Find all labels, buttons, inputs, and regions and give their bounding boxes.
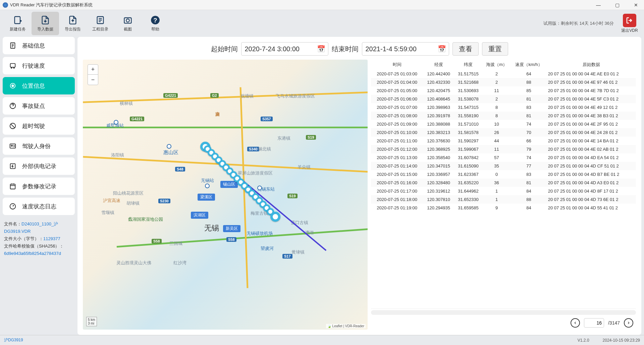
start-time-value: 2020-7-24 3:00:00 — [245, 45, 300, 53]
status-version: V1.2.0 — [578, 338, 589, 343]
map-label: 无锡硕放机场 — [247, 230, 273, 236]
table-row[interactable]: 2020-07-25 01:06:00120.40864531.53807828… — [371, 95, 636, 103]
table-row[interactable]: 2020-07-25 01:11:00120.37663031.59029744… — [371, 137, 636, 145]
svg-point-9 — [13, 67, 14, 68]
tool-import-data[interactable]: 导入数据 — [32, 12, 59, 35]
status-plate: 沪DG3919 — [4, 337, 23, 343]
tool-screenshot[interactable]: 截图 — [114, 12, 142, 35]
zoom-out-button[interactable]: − — [88, 75, 98, 85]
end-time-input[interactable]: 2021-1-4 5:59:00 📅 — [362, 42, 449, 56]
end-time-value: 2021-1-4 5:59:00 — [366, 45, 417, 53]
map-label: 翠屏山旅游度假区 — [238, 170, 273, 176]
tool-screenshot-label: 截图 — [124, 26, 132, 32]
ban-icon — [9, 122, 17, 130]
file-size-value: 1129377 — [43, 236, 60, 241]
camera-icon — [123, 15, 133, 25]
map-label: 黄埭镇 — [291, 249, 305, 255]
location-icon — [9, 82, 17, 90]
route-badge: G4221 — [130, 117, 144, 121]
nav-power[interactable]: 外部供电记录 — [3, 157, 75, 175]
tool-new-task[interactable]: 新建任务 — [4, 12, 32, 35]
bolt-icon — [9, 162, 17, 170]
city-label: 无锡 — [204, 223, 219, 233]
map-label: 雪堰镇 — [101, 210, 114, 216]
nav-label: 超时驾驶 — [22, 122, 45, 130]
route-badge: S58 — [152, 239, 162, 244]
exit-icon — [623, 14, 636, 27]
route-badge: S357 — [261, 117, 273, 121]
svg-rect-14 — [10, 144, 16, 148]
page-input[interactable] — [584, 318, 604, 328]
statusbar: 沪DG3919 V1.2.0 2024-10-15 09:23:29 — [0, 335, 644, 345]
metro-icon — [114, 120, 118, 125]
table-row[interactable]: 2020-07-25 01:10:00120.38321331.58157826… — [371, 128, 636, 137]
tool-help[interactable]: ? 帮助 — [142, 12, 169, 35]
table-row[interactable]: 2020-07-25 01:14:00120.34701531.61509035… — [371, 162, 636, 170]
nav-speed[interactable]: 行驶速度 — [3, 57, 75, 74]
table-row[interactable]: 2020-07-25 01:08:00120.39197831.55819088… — [371, 112, 636, 120]
nav-label: 外部供电记录 — [22, 162, 56, 170]
table-row[interactable]: 2020-07-25 01:17:00120.31961231.64496218… — [371, 187, 636, 195]
route-badge: S17 — [282, 254, 292, 259]
nav-label: 位置信息 — [22, 82, 45, 90]
nav-basic-info[interactable]: 基础信息 — [3, 37, 75, 54]
map-label: 阳山桃花源景区 — [113, 190, 144, 196]
table-row[interactable]: 2020-07-25 01:04:00120.43233031.52166828… — [371, 78, 636, 86]
nav-location[interactable]: 位置信息 — [3, 77, 75, 94]
road — [83, 127, 368, 128]
maximize-button[interactable]: ▢ — [612, 2, 623, 8]
nav-accident[interactable]: 事故疑点 — [3, 97, 75, 115]
map[interactable]: G4221 G4221 G2 S357 S19 S340 S48 S230 S1… — [83, 60, 368, 330]
tool-export-report[interactable]: 导出报告 — [59, 12, 87, 35]
horizontal-scrollbar[interactable] — [371, 310, 636, 315]
metro-icon — [257, 186, 262, 190]
time-controls: 起始时间 2020-7-24 3:00:00 📅 结束时间 2021-1-4 5… — [83, 42, 636, 56]
table-row[interactable]: 2020-07-25 01:09:00120.38808831.57101010… — [371, 120, 636, 128]
question-icon — [9, 102, 17, 110]
table-row[interactable]: 2020-07-25 01:18:00120.30781031.65233018… — [371, 195, 636, 204]
new-task-icon — [13, 15, 23, 25]
zoom-in-button[interactable]: + — [88, 65, 98, 75]
map-label: 惠山区 — [163, 149, 178, 156]
table-row[interactable]: 2020-07-25 01:03:00120.44240031.51751526… — [371, 70, 636, 78]
table-row[interactable]: 2020-07-25 01:07:00120.39896331.54731588… — [371, 103, 636, 112]
map-label: 飞马水城旅游度假区 — [276, 93, 315, 99]
file-hash-value: 6d9e943a65fb8254a278437d — [4, 250, 73, 257]
minimize-button[interactable]: — — [593, 2, 604, 8]
nav-overtime[interactable]: 超时驾驶 — [3, 117, 75, 135]
district-badge: 锡山区 — [220, 181, 238, 188]
track-point[interactable] — [270, 212, 280, 222]
nav-speed-log[interactable]: 速度状态日志 — [3, 198, 75, 215]
close-button[interactable]: ✕ — [631, 2, 641, 8]
table-row[interactable]: 2020-07-25 01:15:00120.33695731.62336708… — [371, 170, 636, 179]
tool-help-label: 帮助 — [151, 26, 159, 32]
import-icon — [40, 15, 50, 25]
table-row[interactable]: 2020-07-25 01:12:00120.36892531.59906711… — [371, 145, 636, 153]
reset-button[interactable]: 重置 — [482, 42, 508, 56]
file-info: 文件名：D240103_1100_沪DG3919.VDR 文件大小（字节）：11… — [3, 218, 75, 260]
table-row[interactable]: 2020-07-25 01:19:00120.29493531.65958598… — [371, 204, 636, 212]
page-prev-button[interactable] — [571, 318, 580, 328]
nav-driver[interactable]: 驾驶人身份 — [3, 137, 75, 155]
start-time-input[interactable]: 2020-7-24 3:00:00 📅 — [241, 42, 328, 56]
nav-label: 参数修改记录 — [22, 183, 56, 190]
map-label: 无锡站 — [201, 178, 214, 184]
table-row[interactable]: 2020-07-25 01:16:00120.32848031.63522036… — [371, 179, 636, 187]
table-row[interactable]: 2020-07-25 01:13:00120.35854031.60784257… — [371, 153, 636, 162]
metro-icon — [205, 184, 210, 188]
toolbar: 新建任务 导入数据 导出报告 工程目录 截图 ? 帮助 试用版：剩余时长 14天… — [0, 10, 644, 37]
district-badge: 梁溪区 — [198, 194, 215, 201]
data-pane: 时间 经度 纬度 海拔（m） 速度（km/h） 原始数据 2020-07-25 … — [371, 60, 636, 330]
data-table-scroll[interactable]: 时间 经度 纬度 海拔（m） 速度（km/h） 原始数据 2020-07-25 … — [371, 60, 636, 309]
view-button[interactable]: 查看 — [452, 42, 479, 56]
bus-icon — [9, 62, 17, 70]
nav-label: 基础信息 — [22, 42, 45, 50]
metro-icon — [167, 144, 171, 149]
tool-project-dir[interactable]: 工程目录 — [87, 12, 114, 35]
page-next-button[interactable] — [624, 318, 633, 328]
exit-button[interactable]: 退出VDR — [619, 12, 640, 35]
nav-params[interactable]: 参数修改记录 — [3, 178, 75, 195]
col-speed: 速度（km/h） — [511, 60, 546, 70]
table-row[interactable]: 2020-07-25 01:05:00120.42047531.53069311… — [371, 86, 636, 95]
map-label: 祝塘镇 — [240, 93, 254, 99]
